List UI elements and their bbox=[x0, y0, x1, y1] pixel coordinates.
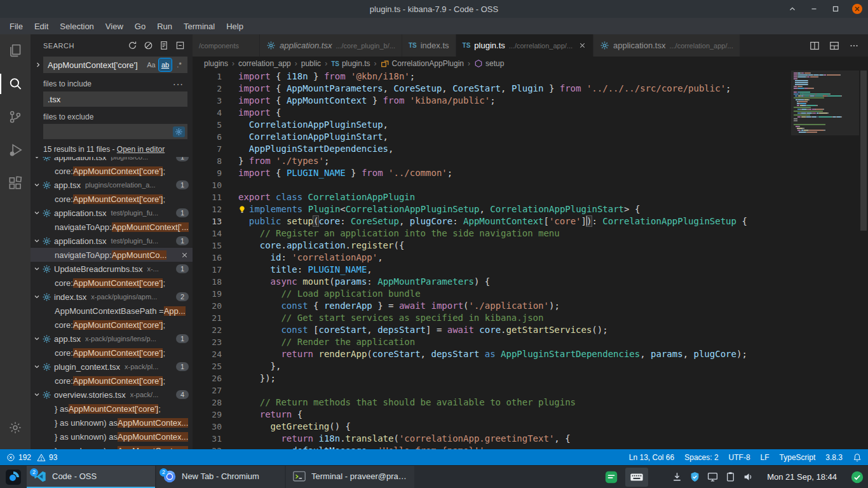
menu-view[interactable]: View bbox=[100, 20, 129, 33]
code-line[interactable]: 26 }); bbox=[193, 372, 791, 384]
minimap[interactable] bbox=[791, 71, 859, 449]
search-result-match[interactable]: } as AppMountContext['core']; bbox=[31, 402, 193, 416]
tab-plugin-ts[interactable]: TSplugin.ts.../correlation_app/... bbox=[456, 34, 593, 57]
search-result-file[interactable]: app.tsxx-pack/plugins/lens/p...1 bbox=[31, 332, 193, 346]
code-line[interactable]: 10 bbox=[193, 179, 791, 191]
maximize-icon[interactable] bbox=[830, 3, 841, 15]
code-line[interactable]: 28 // Return methods that should be avai… bbox=[193, 396, 791, 409]
settings-gear-icon[interactable] bbox=[0, 411, 31, 444]
files-include-input[interactable]: .tsx bbox=[43, 92, 187, 107]
problems-indicator[interactable]: 192 93 bbox=[6, 453, 57, 462]
typescript-version[interactable]: 3.8.3 bbox=[825, 453, 843, 462]
search-result-match[interactable]: core: AppMountContext['core']; bbox=[31, 318, 193, 332]
search-result-file[interactable]: UpdateBreadcrumbs.tsxx-...1 bbox=[31, 262, 193, 276]
language-mode[interactable]: TypeScript bbox=[780, 453, 816, 462]
encoding[interactable]: UTF-8 bbox=[729, 453, 750, 462]
cursor-position[interactable]: Ln 13, Col 66 bbox=[629, 453, 674, 462]
search-result-match[interactable]: AppMountContextBasePath = App... bbox=[31, 304, 193, 318]
search-result-file[interactable]: application.tsxtest/plugin_fu...1 bbox=[31, 234, 193, 248]
menu-help[interactable]: Help bbox=[220, 20, 249, 33]
code-line[interactable]: 17 title: PLUGIN_NAME, bbox=[193, 264, 791, 276]
keyboard-ime-tray-icon[interactable] bbox=[625, 468, 648, 487]
app-launcher-icon[interactable] bbox=[0, 466, 27, 488]
code-line[interactable]: 25 }, bbox=[193, 360, 791, 372]
code-line[interactable]: 13 public setup(core: CoreSetup, plugCor… bbox=[193, 215, 791, 227]
run-debug-icon[interactable] bbox=[0, 133, 31, 166]
close-tab-icon[interactable] bbox=[578, 41, 587, 50]
eol[interactable]: LF bbox=[761, 453, 770, 462]
notifications-bell-icon[interactable] bbox=[853, 453, 862, 462]
code-line[interactable]: 24 return renderApp(coreStart, depsStart… bbox=[193, 348, 791, 360]
search-input[interactable]: AppMountContext['core'] Aa ab .* bbox=[43, 57, 187, 73]
menu-edit[interactable]: Edit bbox=[29, 20, 54, 33]
search-result-file[interactable]: plugin_context.tsxx-pack/pl...1 bbox=[31, 360, 193, 374]
display-icon[interactable] bbox=[707, 471, 718, 482]
collapse-all-icon[interactable] bbox=[175, 41, 185, 50]
search-result-match[interactable]: core: AppMountContext['core']; bbox=[31, 276, 193, 290]
more-actions-icon[interactable] bbox=[849, 41, 859, 51]
whole-word-button[interactable]: ab bbox=[159, 58, 172, 71]
window-titlebar[interactable]: plugin.ts - kibana-7.9 - Code - OSS bbox=[0, 0, 868, 18]
open-in-editor-link[interactable]: Open in editor bbox=[117, 145, 165, 154]
system-status-icon[interactable] bbox=[850, 470, 864, 484]
search-result-match[interactable]: } as unknown) as AppMountContex... bbox=[31, 444, 193, 449]
volume-icon[interactable] bbox=[743, 471, 754, 482]
tab-index-ts[interactable]: TSindex.ts bbox=[402, 34, 456, 57]
regex-button[interactable]: .* bbox=[173, 58, 186, 71]
search-result-file[interactable]: application.tsxplugins/co...1 bbox=[31, 157, 193, 164]
source-control-icon[interactable] bbox=[0, 100, 31, 133]
code-line[interactable]: 3import { AppMountContext } from 'kibana… bbox=[193, 95, 791, 107]
messenger-tray-icon[interactable] bbox=[604, 470, 618, 484]
code-line[interactable]: 8} from './types'; bbox=[193, 155, 791, 167]
kde-connect-shield-icon[interactable] bbox=[689, 471, 700, 482]
minimize-icon[interactable] bbox=[808, 3, 820, 15]
menu-file[interactable]: File bbox=[4, 20, 29, 33]
code-line[interactable]: 30 getGreeting() { bbox=[193, 421, 791, 433]
search-result-match[interactable]: } as unknown) as AppMountContex... bbox=[31, 430, 193, 444]
search-result-file[interactable]: app.tsxplugins/correlation_a...1 bbox=[31, 178, 193, 192]
code-line[interactable]: 5 CorrelationAppPluginSetup, bbox=[193, 119, 791, 131]
code-line[interactable]: 19 // Load application bundle bbox=[193, 288, 791, 300]
clock[interactable]: Mon 21 Sep, 18:44 bbox=[767, 472, 837, 482]
code-line[interactable]: 29 return { bbox=[193, 409, 791, 421]
code-line[interactable]: 14 // Register an application into the s… bbox=[193, 227, 791, 240]
code-line[interactable]: 7 AppPluginStartDependencies, bbox=[193, 143, 791, 155]
tab-components[interactable]: /components bbox=[193, 34, 260, 57]
search-result-match[interactable]: navigateToApp: AppMountCo... bbox=[31, 248, 193, 262]
explorer-icon[interactable] bbox=[0, 34, 31, 67]
code-line[interactable]: 18 async mount(params: AppMountParameter… bbox=[193, 276, 791, 288]
code-line[interactable]: 11export class CorrelationAppPlugin bbox=[193, 191, 791, 203]
search-result-file[interactable]: overview.stories.tsxx-pack/...4 bbox=[31, 388, 193, 402]
toggle-search-details-button[interactable]: ··· bbox=[173, 79, 184, 89]
breadcrumb-item[interactable]: TSplugin.ts bbox=[331, 59, 370, 68]
code-line[interactable]: 15 core.application.register({ bbox=[193, 240, 791, 252]
search-result-match[interactable]: core: AppMountContext['core']; bbox=[31, 164, 193, 178]
refresh-icon[interactable] bbox=[128, 41, 137, 50]
use-exclude-settings-icon[interactable] bbox=[173, 126, 185, 137]
indentation[interactable]: Spaces: 2 bbox=[684, 453, 718, 462]
search-result-match[interactable]: navigateToApp: AppMountContext['... bbox=[31, 220, 193, 234]
task-terminal[interactable]: Terminal - praveer@prave... bbox=[286, 466, 414, 488]
tab-application-core-plugin-b[interactable]: application.tsx.../core_plugin_b/... bbox=[260, 34, 402, 57]
breadcrumb-item[interactable]: setup bbox=[474, 59, 504, 68]
code-line[interactable]: 22 const [coreStart, depsStart] = await … bbox=[193, 324, 791, 336]
menu-terminal[interactable]: Terminal bbox=[178, 20, 220, 33]
code-line[interactable]: 6 CorrelationAppPluginStart, bbox=[193, 131, 791, 143]
close-icon[interactable] bbox=[851, 3, 863, 15]
breadcrumb-item[interactable]: public bbox=[301, 59, 321, 68]
breadcrumb-item[interactable]: plugins bbox=[204, 59, 228, 68]
task-chromium[interactable]: 2New Tab - Chromium bbox=[156, 466, 285, 488]
split-editor-icon[interactable] bbox=[810, 41, 820, 51]
toggle-replace-chevron-icon[interactable] bbox=[33, 61, 43, 69]
editor-layout-icon[interactable] bbox=[829, 41, 839, 51]
code-line[interactable]: 20 const { renderApp } = await import('.… bbox=[193, 300, 791, 312]
code-editor[interactable]: 1import { i18n } from '@kbn/i18n';2impor… bbox=[193, 71, 868, 449]
clipboard-icon[interactable] bbox=[725, 471, 736, 482]
code-line[interactable]: 16 id: 'correlationApp', bbox=[193, 252, 791, 264]
search-result-file[interactable]: application.tsxtest/plugin_fu...1 bbox=[31, 206, 193, 220]
breadcrumb-item[interactable]: correlation_app bbox=[238, 59, 291, 68]
menu-selection[interactable]: Selection bbox=[54, 20, 99, 33]
search-result-match[interactable]: } as unknown) as AppMountContex... bbox=[31, 416, 193, 430]
clear-search-results-icon[interactable] bbox=[144, 41, 153, 50]
files-exclude-input[interactable] bbox=[43, 124, 187, 139]
